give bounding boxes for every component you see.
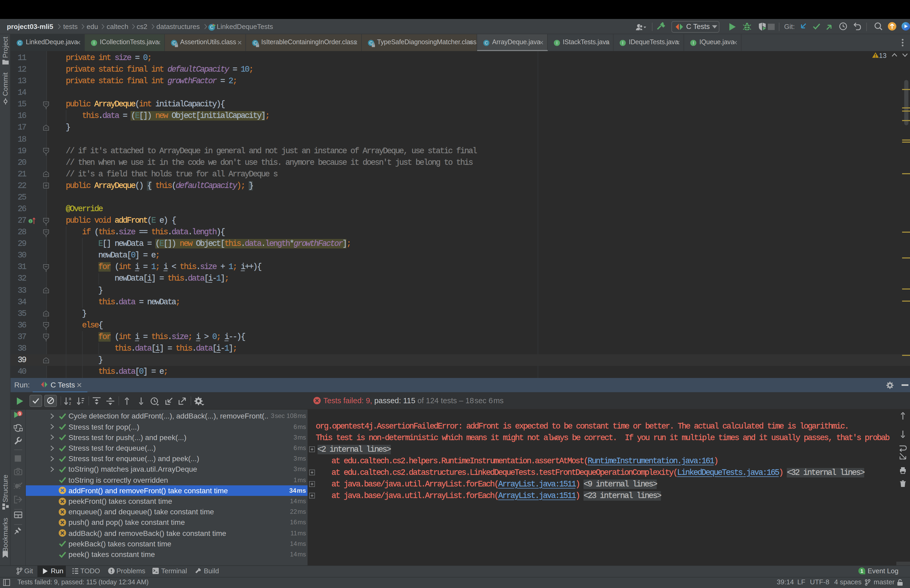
svg-text:I: I	[93, 40, 95, 45]
svg-text:I: I	[30, 219, 31, 223]
svg-text:I: I	[693, 40, 694, 45]
svg-text:C: C	[485, 40, 488, 45]
svg-text:I: I	[622, 40, 624, 45]
svg-text:9: 9	[18, 411, 21, 416]
svg-text:a: a	[69, 397, 71, 401]
svg-text:I: I	[556, 40, 558, 45]
svg-text:z: z	[69, 401, 71, 405]
svg-text:C: C	[18, 40, 21, 45]
